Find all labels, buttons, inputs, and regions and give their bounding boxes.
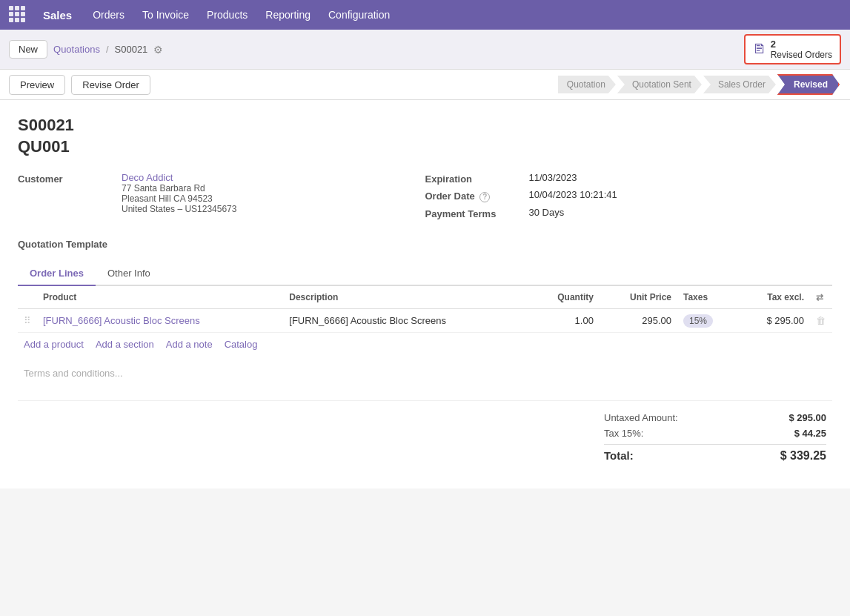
customer-name[interactable]: Deco Addict bbox=[122, 172, 173, 183]
tax-value: $ 44.25 bbox=[794, 428, 826, 439]
tax-excl-cell: $ 295.00 bbox=[738, 309, 810, 333]
form-col-right: Expiration 11/03/2023 Order Date ? 10/04… bbox=[425, 172, 833, 224]
preview-button[interactable]: Preview bbox=[9, 75, 65, 95]
tab-order-lines[interactable]: Order Lines bbox=[18, 262, 96, 286]
order-date-value: 10/04/2023 10:21:41 bbox=[529, 189, 617, 200]
revised-orders-count: 2 bbox=[771, 39, 832, 50]
revised-orders-label: Revised Orders bbox=[771, 50, 832, 60]
terms-section[interactable]: Terms and conditions... bbox=[18, 356, 832, 400]
expiration-label: Expiration bbox=[425, 172, 529, 185]
order-date-label: Order Date ? bbox=[425, 189, 529, 202]
nav-products[interactable]: Products bbox=[199, 0, 255, 30]
revised-orders-button[interactable]: 🖹 2 Revised Orders bbox=[744, 34, 841, 64]
delete-row-icon[interactable]: 🗑 bbox=[816, 315, 826, 326]
status-revised[interactable]: Revised bbox=[777, 74, 840, 95]
customer-address2: Pleasant Hill CA 94523 bbox=[122, 193, 236, 204]
breadcrumb-current: S00021 bbox=[115, 44, 148, 55]
col-tax-excl-header: Tax excl. bbox=[738, 286, 810, 309]
order-table: Product Description Quantity Unit Price … bbox=[18, 286, 832, 333]
status-quotation[interactable]: Quotation bbox=[558, 76, 616, 93]
nav-orders[interactable]: Orders bbox=[85, 0, 132, 30]
action-bar: Preview Revise Order Quotation Quotation… bbox=[0, 70, 850, 100]
form-grid: Customer Deco Addict 77 Santa Barbara Rd… bbox=[18, 172, 832, 224]
nav-reporting[interactable]: Reporting bbox=[258, 0, 318, 30]
nav-to-invoice[interactable]: To Invoice bbox=[135, 0, 196, 30]
breadcrumb-separator: / bbox=[106, 44, 109, 55]
customer-address3: United States – US12345673 bbox=[122, 204, 236, 214]
quantity-cell[interactable]: 1.00 bbox=[530, 309, 600, 333]
drag-handle-cell[interactable]: ⠿ bbox=[18, 309, 37, 333]
tabs: Order Lines Other Info bbox=[18, 262, 832, 286]
revised-orders-button-wrapper: 🖹 2 Revised Orders bbox=[744, 34, 841, 64]
tax-cell[interactable]: 15% bbox=[677, 309, 738, 333]
expiration-value[interactable]: 11/03/2023 bbox=[529, 172, 577, 183]
drag-handle-icon[interactable]: ⠿ bbox=[24, 315, 31, 326]
status-bar: Quotation Quotation Sent Sales Order Rev… bbox=[558, 74, 841, 95]
catalog-link[interactable]: Catalog bbox=[225, 339, 258, 350]
totals-table: Untaxed Amount: $ 295.00 Tax 15%: $ 44.2… bbox=[604, 410, 826, 465]
order-title: S00021 QU001 bbox=[18, 115, 832, 157]
tax-row: Tax 15%: $ 44.25 bbox=[604, 425, 826, 441]
terms-placeholder: Terms and conditions... bbox=[24, 368, 123, 379]
main-content: S00021 QU001 Customer Deco Addict 77 San… bbox=[0, 100, 850, 489]
revised-orders-info: 2 Revised Orders bbox=[771, 39, 832, 60]
col-drag bbox=[18, 286, 37, 309]
tax-label: Tax 15%: bbox=[604, 428, 643, 439]
unit-price-cell[interactable]: 295.00 bbox=[600, 309, 677, 333]
customer-address1: 77 Santa Barbara Rd bbox=[122, 183, 236, 193]
form-col-left: Customer Deco Addict 77 Santa Barbara Rd… bbox=[18, 172, 425, 224]
top-nav: Sales Orders To Invoice Products Reporti… bbox=[0, 0, 850, 30]
total-label: Total: bbox=[604, 449, 634, 463]
status-sales-order[interactable]: Sales Order bbox=[703, 76, 776, 93]
total-value: $ 339.25 bbox=[780, 449, 826, 463]
col-description-header: Description bbox=[283, 286, 529, 309]
app-brand[interactable]: Sales bbox=[36, 0, 79, 30]
order-date-row: Order Date ? 10/04/2023 10:21:41 bbox=[425, 189, 833, 202]
customer-row: Customer Deco Addict 77 Santa Barbara Rd… bbox=[18, 172, 425, 214]
col-settings-header[interactable]: ⇄ bbox=[810, 286, 832, 309]
quotation-template-label: Quotation Template bbox=[18, 239, 107, 250]
nav-configuration[interactable]: Configuration bbox=[321, 0, 397, 30]
new-button[interactable]: New bbox=[9, 40, 47, 59]
untaxed-amount-row: Untaxed Amount: $ 295.00 bbox=[604, 410, 826, 425]
breadcrumb-parent[interactable]: Quotations bbox=[53, 44, 100, 55]
expiration-row: Expiration 11/03/2023 bbox=[425, 172, 833, 185]
tax-badge: 15% bbox=[683, 314, 713, 328]
add-section-link[interactable]: Add a section bbox=[96, 339, 154, 350]
status-quotation-sent[interactable]: Quotation Sent bbox=[617, 76, 702, 93]
payment-terms-label: Payment Terms bbox=[425, 207, 529, 219]
col-product-header: Product bbox=[37, 286, 283, 309]
untaxed-amount-label: Untaxed Amount: bbox=[604, 412, 678, 423]
totals-section: Untaxed Amount: $ 295.00 Tax 15%: $ 44.2… bbox=[18, 400, 832, 474]
table-row: ⠿ [FURN_6666] Acoustic Bloc Screens [FUR… bbox=[18, 309, 832, 333]
breadcrumb-left: New Quotations / S00021 ⚙ bbox=[9, 40, 163, 59]
col-taxes-header: Taxes bbox=[677, 286, 738, 309]
product-link[interactable]: [FURN_6666] Acoustic Bloc Screens bbox=[43, 315, 200, 326]
action-bar-left: Preview Revise Order bbox=[9, 75, 150, 95]
tab-other-info[interactable]: Other Info bbox=[96, 262, 162, 286]
order-id: S00021 bbox=[18, 115, 832, 136]
description-cell: [FURN_6666] Acoustic Bloc Screens bbox=[283, 309, 529, 333]
order-date-info-icon: ? bbox=[479, 192, 490, 202]
total-row: Total: $ 339.25 bbox=[604, 444, 826, 465]
quotation-template-row: Quotation Template bbox=[18, 239, 832, 250]
customer-label: Customer bbox=[18, 172, 122, 185]
delete-cell: 🗑 bbox=[810, 309, 832, 333]
document-icon: 🖹 bbox=[753, 42, 766, 57]
settings-gear-icon[interactable]: ⚙ bbox=[153, 44, 163, 56]
order-sub-id: QU001 bbox=[18, 136, 832, 158]
revise-order-button[interactable]: Revise Order bbox=[71, 75, 150, 95]
col-unit-price-header: Unit Price bbox=[600, 286, 677, 309]
untaxed-amount-value: $ 295.00 bbox=[788, 412, 826, 423]
add-row: Add a product Add a section Add a note C… bbox=[18, 333, 832, 356]
payment-terms-value[interactable]: 30 Days bbox=[529, 207, 565, 218]
add-note-link[interactable]: Add a note bbox=[166, 339, 213, 350]
product-cell: [FURN_6666] Acoustic Bloc Screens bbox=[37, 309, 283, 333]
payment-terms-row: Payment Terms 30 Days bbox=[425, 207, 833, 219]
add-product-link[interactable]: Add a product bbox=[24, 339, 84, 350]
customer-value: Deco Addict 77 Santa Barbara Rd Pleasant… bbox=[122, 172, 236, 214]
column-settings-icon[interactable]: ⇄ bbox=[816, 292, 823, 302]
breadcrumb-bar: New Quotations / S00021 ⚙ 🖹 2 Revised Or… bbox=[0, 30, 850, 70]
app-grid-icon[interactable] bbox=[9, 6, 27, 24]
col-quantity-header: Quantity bbox=[530, 286, 600, 309]
